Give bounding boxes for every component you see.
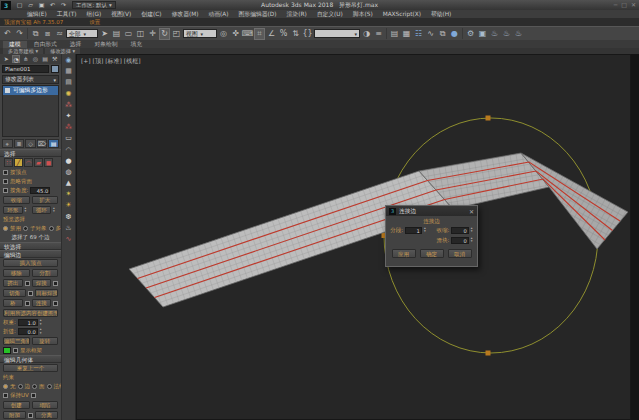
menu-maxscript[interactable]: MAXScript(X) [378, 11, 426, 17]
render-production-icon[interactable]: ♨ [489, 28, 500, 40]
percent-snap-icon[interactable]: % [278, 28, 289, 40]
apply-button[interactable]: 应用 [392, 249, 416, 258]
weld-button[interactable]: 焊接 [32, 279, 52, 287]
utilities-tab-icon[interactable]: ⚒ [50, 55, 59, 63]
select-and-move-icon[interactable]: ✛ [147, 28, 158, 40]
preview-subobject-radio[interactable] [23, 226, 28, 231]
redo-icon[interactable]: ↷ [59, 1, 68, 9]
plugin-bar-extra[interactable]: 设置 [89, 19, 100, 26]
by-vertex-checkbox[interactable] [3, 170, 8, 175]
viewport-label[interactable]: [+] [顶] [标准] [线框] [81, 57, 140, 66]
light-icon[interactable]: ✦ [63, 112, 74, 121]
by-angle-spinner[interactable]: 45.0 [30, 187, 50, 194]
remove-button[interactable]: 移除 [3, 269, 30, 277]
target-weld-button[interactable]: 目标焊接 [35, 289, 58, 297]
detach-button[interactable]: 分离 [35, 411, 58, 419]
display-frame-checkbox[interactable] [13, 348, 18, 353]
edit-named-selection-sets-icon[interactable]: {} [302, 28, 313, 40]
modifier-list-dropdown[interactable]: 修改器列表 ▾ [2, 75, 59, 84]
cone-icon[interactable]: ▲ [63, 179, 74, 188]
weight-spinner-arrows[interactable]: ▴▾ [40, 319, 45, 326]
display-frame-color-swatch[interactable] [3, 347, 11, 354]
render-setup-icon[interactable]: ⚙ [465, 28, 476, 40]
snaps-toggle-icon[interactable]: ⌗ [254, 28, 265, 40]
connect-button[interactable]: 连接 [32, 299, 52, 307]
eye-icon[interactable]: ◉ [63, 56, 74, 65]
rendered-frame-window-icon[interactable]: ▣ [477, 28, 488, 40]
select-and-link-icon[interactable]: ⧉ [30, 28, 41, 40]
insert-vertex-button[interactable]: 插入顶点 [3, 259, 58, 267]
pinch-spinner[interactable]: 0 [451, 227, 468, 234]
named-selection-sets-dropdown[interactable]: ▾ [314, 29, 360, 38]
edit-triangulation-button[interactable]: 编辑三角剖分 [3, 337, 30, 345]
sphere-icon[interactable]: ● [63, 157, 74, 166]
object-color-swatch[interactable] [51, 65, 59, 73]
hierarchy-tab-icon[interactable]: ⋔ [21, 55, 30, 63]
ribbon-tab-modeling[interactable]: 建模 [3, 41, 27, 48]
preserve-uv-settings-button[interactable] [31, 393, 36, 398]
select-by-name-icon[interactable]: ▤ [111, 28, 122, 40]
rollout-edit-geometry[interactable]: 编辑几何体 [0, 355, 61, 363]
ring-spinner[interactable]: ▴▾ [25, 207, 30, 214]
save-file-icon[interactable]: ▣ [37, 1, 46, 9]
crease-spinner[interactable]: 0.0 [18, 328, 38, 335]
by-angle-checkbox[interactable] [3, 188, 8, 193]
spray2-icon[interactable]: ⁂ [63, 123, 74, 132]
dome-icon[interactable]: ◠ [63, 146, 74, 155]
pin-stack-icon[interactable]: ⌖ [2, 139, 13, 148]
select-object-icon[interactable]: ➤ [99, 28, 110, 40]
ok-button[interactable]: 确定 [420, 249, 444, 258]
workspace-dropdown[interactable]: 工作区: 默认 ▾ [72, 1, 116, 9]
chamfer-button[interactable]: 切角 [3, 289, 26, 297]
configure-modifier-sets-icon[interactable]: ▤ [48, 139, 59, 148]
connect-edges-dialog[interactable]: 3 连接边 ✕ 连接边 分段: 1 ▴▾ 收缩: 0 ▴▾ 滑块: 0 ▴▾ 应 [385, 205, 478, 267]
rectangular-selection-region-icon[interactable]: ▭ [123, 28, 134, 40]
curve-editor-icon[interactable]: ∿ [425, 28, 436, 40]
loop-button[interactable]: 循环 [32, 206, 52, 214]
plugin-bar-text[interactable]: 顶渲百宝箱 Ah 7.35.07 [4, 19, 63, 26]
ribbon-tab-object-paint[interactable]: 对象绘制 [88, 41, 123, 48]
close-button[interactable]: ✕ [631, 1, 636, 8]
select-and-rotate-icon[interactable]: ↻ [159, 28, 170, 40]
undo-icon[interactable]: ↶ [48, 1, 57, 9]
weld-settings-button[interactable] [53, 281, 58, 286]
slide-spinner-arrows[interactable]: ▴▾ [471, 237, 475, 244]
grid2-icon[interactable]: ▤ [63, 78, 74, 87]
extrude-settings-button[interactable] [25, 281, 30, 286]
rollout-edit-edges[interactable]: 编辑边 [0, 250, 61, 258]
create-shape-from-selection-button[interactable]: 利用所选内容创建图形 [3, 309, 58, 317]
bulb-icon[interactable]: ✺ [63, 90, 74, 99]
ribbon-tab-freeform[interactable]: 自由形式 [28, 41, 63, 48]
spinner-snap-icon[interactable]: ⇅ [290, 28, 301, 40]
dialog-close-icon[interactable]: ✕ [469, 208, 474, 215]
split-button[interactable]: 分割 [32, 269, 59, 277]
slide-spinner[interactable]: 0 [451, 237, 468, 244]
preview-multiple-radio[interactable] [49, 226, 54, 231]
constraint-normal-radio[interactable] [47, 384, 52, 389]
constraint-edge-radio[interactable] [18, 384, 23, 389]
make-unique-icon[interactable]: ◇ [25, 139, 36, 148]
shrink-button[interactable]: 收缩 [3, 196, 30, 204]
material-editor-icon[interactable]: ● [449, 28, 460, 40]
render-activeshade-icon[interactable]: ♨ [513, 28, 524, 40]
bridge-button[interactable]: 桥 [3, 299, 23, 307]
repeat-last-button[interactable]: 重复上一个 [3, 364, 58, 372]
cancel-button[interactable]: 取消 [448, 249, 472, 258]
rollout-soft-selection[interactable]: 软选择 [0, 242, 61, 250]
attach-settings-button[interactable] [28, 413, 33, 418]
subobject-edge-icon[interactable]: ╱ [14, 158, 23, 167]
render-iterative-icon[interactable]: ♨ [501, 28, 512, 40]
teapot-icon[interactable]: ♨ [63, 224, 74, 233]
unlink-selection-icon[interactable]: ⧈ [42, 28, 53, 40]
helix-icon[interactable]: ∿ [63, 235, 74, 244]
keyboard-shortcut-override-icon[interactable]: ⌨ [242, 28, 253, 40]
snowflake-icon[interactable]: ❆ [63, 213, 74, 222]
ribbon-tab-selection[interactable]: 选择 [64, 41, 88, 48]
subobject-border-icon[interactable]: ◠ [24, 158, 33, 167]
select-and-scale-icon[interactable]: ◰ [171, 28, 182, 40]
open-file-icon[interactable]: ▱ [26, 1, 35, 9]
bind-to-space-warp-icon[interactable]: ≈ [54, 28, 65, 40]
new-scene-icon[interactable]: ▢ [15, 1, 24, 9]
angle-snap-icon[interactable]: ∠ [266, 28, 277, 40]
preserve-uv-checkbox[interactable] [3, 393, 8, 398]
